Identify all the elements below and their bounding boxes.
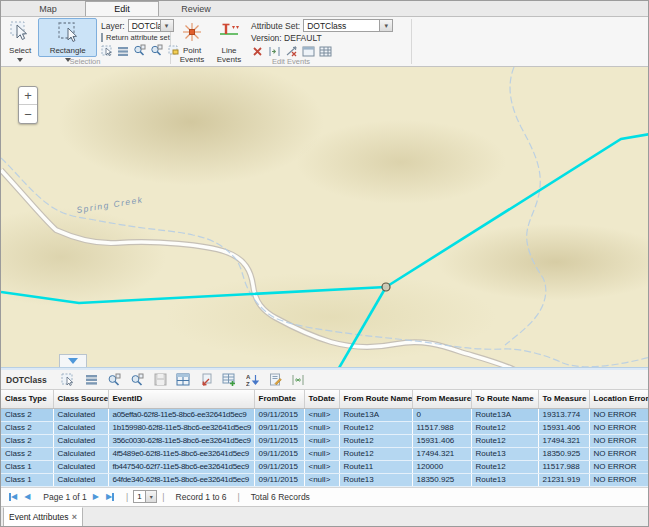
zoom-in-button[interactable]: + — [19, 87, 37, 105]
table-row[interactable]: Class 1Calculated64fde340-62f8-11e5-8bc6… — [1, 473, 649, 486]
tab-event-attributes[interactable]: Event Attributes × — [3, 507, 83, 527]
table-cell[interactable]: 15931.406 — [538, 421, 589, 434]
table-cell[interactable]: 18350.925 — [412, 473, 471, 486]
table-cell[interactable]: Route13A — [339, 408, 412, 421]
page-number-arrow-icon[interactable]: ▾ — [145, 491, 156, 502]
tab-edit[interactable]: Edit — [85, 1, 159, 16]
table-sort-icon[interactable]: AZ — [245, 372, 260, 387]
table-cell[interactable]: Route13 — [471, 447, 538, 460]
table-row[interactable]: Class 1Calculatedfb447540-62f7-11e5-8bc6… — [1, 460, 649, 473]
column-header[interactable]: From Route Name — [339, 390, 412, 408]
table-cell[interactable]: 120000 — [412, 460, 471, 473]
table-cell[interactable]: Route12 — [471, 421, 538, 434]
tab-map[interactable]: Map — [11, 1, 85, 16]
column-header[interactable]: From Measure — [412, 390, 471, 408]
table-cell[interactable]: Class 2 — [1, 434, 53, 447]
table-cell[interactable]: Calculated — [53, 473, 108, 486]
table-cell[interactable]: Route13 — [471, 473, 538, 486]
column-header[interactable]: To Measure — [538, 390, 589, 408]
table-cell[interactable]: 356c0030-62f8-11e5-8bc6-ee32641d5ec9 — [108, 434, 254, 447]
tab-review[interactable]: Review — [159, 1, 233, 16]
table-cell[interactable]: Calculated — [53, 447, 108, 460]
table-cell[interactable]: <null> — [304, 421, 339, 434]
table-cell[interactable]: 17494.321 — [412, 447, 471, 460]
table-cell[interactable]: Calculated — [53, 460, 108, 473]
table-cell[interactable]: Route13 — [339, 473, 412, 486]
table-cell[interactable]: <null> — [304, 473, 339, 486]
column-header[interactable]: Class Type — [1, 390, 53, 408]
table-cell[interactable]: fb447540-62f7-11e5-8bc6-ee32641d5ec9 — [108, 460, 254, 473]
table-cell[interactable]: Route11 — [339, 460, 412, 473]
table-cell[interactable]: 4f5489e0-62f8-11e5-8bc6-ee32641d5ec9 — [108, 447, 254, 460]
table-cell[interactable]: 11517.988 — [412, 421, 471, 434]
table-cell[interactable]: Route13A — [471, 408, 538, 421]
zoom-to-selection-icon[interactable] — [133, 44, 146, 57]
table-cell[interactable]: 15931.406 — [412, 434, 471, 447]
column-header[interactable]: To Route Name — [471, 390, 538, 408]
selection-list-icon[interactable] — [117, 44, 129, 57]
table-cell[interactable]: NO ERROR — [589, 408, 649, 421]
table-cell[interactable]: Route12 — [471, 434, 538, 447]
table-cell[interactable]: 09/11/2015 — [254, 434, 304, 447]
table-cell[interactable]: Class 1 — [1, 460, 53, 473]
table-cell[interactable]: Class 2 — [1, 408, 53, 421]
table-cell[interactable]: 19313.774 — [538, 408, 589, 421]
table-row[interactable]: Class 2Calculated1b159980-62f8-11e5-8bc6… — [1, 421, 649, 434]
table-cell[interactable]: 09/11/2015 — [254, 421, 304, 434]
table-cell[interactable]: 1b159980-62f8-11e5-8bc6-ee32641d5ec9 — [108, 421, 254, 434]
table-row[interactable]: Class 2Calculateda05effa0-62f8-11e5-8bc6… — [1, 408, 649, 421]
layer-combobox-arrow-icon[interactable]: ▾ — [160, 20, 173, 31]
select-by-rectangle-icon[interactable] — [101, 44, 113, 57]
zoom-out-button[interactable]: − — [19, 105, 37, 123]
table-cell[interactable]: Class 1 — [1, 473, 53, 486]
first-page-button[interactable]: ◀ — [9, 492, 17, 501]
pan-to-selection-icon[interactable] — [150, 44, 163, 57]
next-page-button[interactable]: ▶ — [93, 492, 99, 501]
table-open-table-icon[interactable] — [176, 372, 191, 387]
last-page-button[interactable]: ▶ — [106, 492, 114, 501]
table-save-icon[interactable] — [153, 372, 168, 387]
table-cell[interactable]: Calculated — [53, 434, 108, 447]
table-cell[interactable]: 09/11/2015 — [254, 473, 304, 486]
table-cell[interactable]: 09/11/2015 — [254, 447, 304, 460]
table-row[interactable]: Class 2Calculated356c0030-62f8-11e5-8bc6… — [1, 434, 649, 447]
attribute-set-combobox-arrow-icon[interactable]: ▾ — [379, 20, 392, 31]
table-cell[interactable]: Calculated — [53, 408, 108, 421]
table-cell[interactable]: Route12 — [339, 434, 412, 447]
table-cell[interactable]: <null> — [304, 447, 339, 460]
table-cell[interactable]: 09/11/2015 — [254, 408, 304, 421]
panel-collapse-button[interactable] — [59, 354, 87, 367]
table-cell[interactable]: NO ERROR — [589, 447, 649, 460]
table-fit-columns-icon[interactable] — [291, 372, 306, 387]
table-cell[interactable]: 64fde340-62f8-11e5-8bc6-ee32641d5ec9 — [108, 473, 254, 486]
table-cell[interactable]: 11517.988 — [538, 460, 589, 473]
table-cell[interactable]: Route12 — [339, 447, 412, 460]
table-cell[interactable]: NO ERROR — [589, 473, 649, 486]
table-select-tool-icon[interactable] — [61, 372, 76, 387]
table-cell[interactable]: 09/11/2015 — [254, 460, 304, 473]
table-export-icon[interactable] — [199, 372, 214, 387]
previous-page-button[interactable]: ◀ — [24, 492, 30, 501]
select-tool-button[interactable]: Select — [4, 18, 36, 57]
close-icon[interactable]: × — [72, 512, 77, 522]
point-events-button[interactable]: Point Events — [175, 18, 209, 57]
table-cell[interactable]: <null> — [304, 460, 339, 473]
table-cell[interactable]: NO ERROR — [589, 434, 649, 447]
table-cell[interactable]: Calculated — [53, 421, 108, 434]
table-pan-to-selection-icon[interactable] — [130, 372, 145, 387]
table-row[interactable]: Class 2Calculated4f5489e0-62f8-11e5-8bc6… — [1, 447, 649, 460]
column-header[interactable]: Location Error — [589, 390, 649, 408]
line-events-button[interactable]: Line Events — [211, 18, 247, 57]
table-list-icon[interactable] — [84, 372, 99, 387]
table-cell[interactable]: 21231.919 — [538, 473, 589, 486]
rectangle-tool-button[interactable]: Rectangle — [38, 18, 97, 57]
return-attribute-set-checkbox[interactable] — [101, 33, 103, 42]
table-cell[interactable]: Class 2 — [1, 447, 53, 460]
column-header[interactable]: ToDate — [304, 390, 339, 408]
table-cell[interactable]: NO ERROR — [589, 460, 649, 473]
table-cell[interactable]: a05effa0-62f8-11e5-8bc6-ee32641d5ec9 — [108, 408, 254, 421]
table-cell[interactable]: NO ERROR — [589, 421, 649, 434]
table-cell[interactable]: 18350.925 — [538, 447, 589, 460]
table-cell[interactable]: <null> — [304, 408, 339, 421]
table-cell[interactable]: Route12 — [471, 460, 538, 473]
